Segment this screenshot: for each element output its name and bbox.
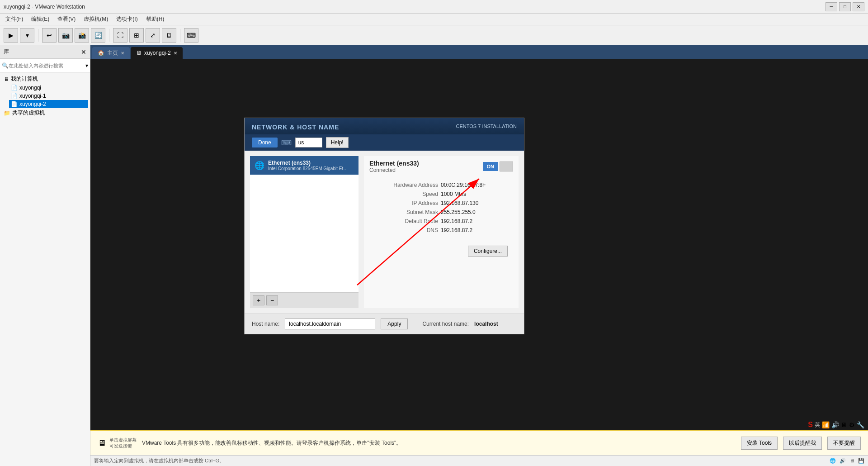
status-bar: 要将输入定向到虚拟机，请在虚拟机内部单击或按 Ctrl+G。 🌐 🔊 🖥 💾 (90, 455, 868, 466)
hostname-area: Host name: Apply Current host name: loca… (245, 314, 524, 334)
sidebar-title: 库 (4, 48, 9, 56)
tab-vm-label: xuyongqi-2 (144, 50, 171, 56)
search-dropdown-icon[interactable]: ▾ (85, 62, 88, 69)
maximize-button[interactable]: □ (839, 2, 851, 11)
close-button[interactable]: ✕ (853, 2, 864, 11)
hardware-address-row: Hardware Address 00:0C:29:16:77:8F (369, 181, 513, 190)
help-button[interactable]: Help! (326, 137, 349, 148)
toggle-container: ON (483, 162, 514, 171)
status-sound-icon: 🔊 (840, 458, 846, 464)
notification-hint: 单击虚拟屏幕 可发送按键 (109, 437, 137, 449)
toggle-on-button[interactable]: ON (483, 162, 498, 171)
lang-input[interactable] (295, 138, 322, 147)
hardware-address-label: Hardware Address (393, 182, 438, 188)
shared-label: 共享的虚拟机 (12, 109, 45, 117)
tab-vm-icon: 🖥 (136, 50, 142, 56)
home-icon: 🏠 (98, 50, 104, 56)
detail-header: Ethernet (ens33) Connected ON (364, 156, 519, 177)
computer-icon: 🖥 (4, 76, 9, 82)
network-tray-icon: 📶 (822, 421, 830, 428)
default-route-row: Default Route 192.168.87.2 (369, 217, 513, 226)
volume-tray-icon: 🔊 (831, 421, 839, 428)
toolbar-display[interactable]: 🖥 (162, 28, 176, 43)
status-icons: 🌐 🔊 🖥 💾 (830, 458, 864, 464)
apply-button[interactable]: Apply (381, 319, 408, 329)
status-text: 要将输入定向到虚拟机，请在虚拟机内部单击或按 Ctrl+G。 (94, 457, 224, 464)
sidebar-item-xuyongqi-2[interactable]: 📄 xuyongqi-2 (9, 100, 88, 108)
sidebar-item-xuyongqi[interactable]: 📄 xuyongqi (9, 84, 88, 92)
ethernet-list: 🌐 Ethernet (ens33) Intel Corporation 825… (250, 156, 359, 308)
detail-ethernet-name: Ethernet (ens33) (369, 160, 419, 167)
dns-value: 192.168.87.2 (441, 227, 513, 233)
toolbar-stretch[interactable]: ⤢ (146, 28, 160, 43)
menu-file[interactable]: 文件(F) (2, 14, 27, 24)
vm-icon-3: 📄 (11, 101, 18, 107)
vm-display[interactable]: NETWORK & HOST NAME CENTOS 7 INSTALLATIO… (90, 59, 868, 430)
network-dialog: NETWORK & HOST NAME CENTOS 7 INSTALLATIO… (244, 118, 524, 334)
subnet-mask-value: 255.255.255.0 (441, 209, 513, 215)
vm-icon: 📄 (11, 85, 18, 91)
remove-ethernet-button[interactable]: − (266, 295, 278, 305)
configure-button[interactable]: Configure... (468, 246, 508, 257)
menu-vm[interactable]: 虚拟机(M) (80, 14, 112, 24)
toolbar-snapshot1[interactable]: 📷 (58, 28, 73, 43)
toolbar-unity[interactable]: ⊞ (129, 28, 144, 43)
ethernet-item-info: Ethernet (ens33) Intel Corporation 82545… (268, 160, 354, 171)
default-route-label: Default Route (405, 218, 438, 224)
toolbar: ▶ ▾ ↩ 📷 📸 🔄 ⛶ ⊞ ⤢ 🖥 ⌨ (0, 25, 868, 45)
speed-value: 1000 Mb/s (441, 191, 513, 197)
vm-icon-2: 📄 (11, 93, 18, 99)
vm-label-2: xuyongqi-1 (19, 93, 46, 99)
menu-tabs[interactable]: 选项卡(I) (113, 14, 141, 24)
mycomputer-label: 我的计算机 (11, 75, 38, 83)
minimize-button[interactable]: ─ (826, 2, 837, 11)
sidebar: 库 ✕ 🔍 ▾ 🖥 我的计算机 📄 xuyongqi 📄 x (0, 45, 90, 466)
menu-edit[interactable]: 编辑(E) (28, 14, 53, 24)
hardware-address-value: 00:0C:29:16:77:8F (441, 182, 513, 188)
sidebar-tree: 🖥 我的计算机 📄 xuyongqi 📄 xuyongqi-1 📄 xuyong… (0, 72, 90, 466)
window-title: xuyongqi-2 - VMware Workstation (4, 4, 864, 10)
remind-later-button[interactable]: 以后提醒我 (783, 437, 822, 450)
menu-view[interactable]: 查看(V) (54, 14, 79, 24)
tab-home[interactable]: 🏠 主页 ✕ (92, 47, 130, 59)
add-ethernet-button[interactable]: + (253, 295, 264, 305)
toolbar-snapshot3[interactable]: 🔄 (91, 28, 105, 43)
toolbar-dropdown[interactable]: ▾ (20, 28, 34, 43)
dialog-body: 🌐 Ethernet (ens33) Intel Corporation 825… (245, 151, 524, 314)
hostname-input[interactable] (285, 319, 375, 329)
subnet-mask-row: Subnet Mask 255.255.255.0 (369, 208, 513, 217)
dialog-toolbar: Done ⌨ Help! (245, 134, 524, 151)
separator-2 (109, 29, 109, 42)
title-bar: xuyongqi-2 - VMware Workstation ─ □ ✕ (0, 0, 868, 14)
sidebar-item-xuyongqi-1[interactable]: 📄 xuyongqi-1 (9, 92, 88, 100)
toolbar-revert[interactable]: ↩ (42, 28, 57, 43)
vm-label-3: xuyongqi-2 (19, 101, 46, 107)
tab-vm-close[interactable]: ✕ (174, 51, 177, 56)
status-network-icon: 🌐 (830, 458, 836, 464)
toolbar-snapshot2[interactable]: 📸 (75, 28, 89, 43)
tab-home-close[interactable]: ✕ (121, 51, 124, 56)
sidebar-item-shared[interactable]: 📁 共享的虚拟机 (2, 108, 88, 118)
detail-status: Connected (369, 167, 419, 173)
lang-indicator: 英 (815, 421, 820, 429)
ethernet-item[interactable]: 🌐 Ethernet (ens33) Intel Corporation 825… (250, 156, 359, 175)
menu-help[interactable]: 帮助(H) (142, 14, 168, 24)
sidebar-close-button[interactable]: ✕ (81, 48, 86, 56)
separator-1 (38, 29, 38, 42)
search-input[interactable] (9, 63, 85, 68)
toolbar-cad[interactable]: ⌨ (184, 28, 198, 43)
ignore-button[interactable]: 不要提醒 (827, 437, 861, 450)
sidebar-item-mycomputer[interactable]: 🖥 我的计算机 (2, 74, 88, 84)
done-button[interactable]: Done (252, 138, 278, 147)
tab-vm[interactable]: 🖥 xuyongqi-2 ✕ (131, 47, 183, 59)
install-tools-button[interactable]: 安装 Tools (741, 437, 778, 450)
toolbar-power[interactable]: ▶ (4, 28, 18, 43)
tools-tray-icon: 🔧 (857, 421, 864, 428)
sidebar-header: 库 ✕ (0, 45, 90, 59)
toolbar-fullscreen[interactable]: ⛶ (113, 28, 127, 43)
toggle-off-area (500, 162, 513, 171)
current-hostname-label: Current host name: (422, 321, 469, 327)
dialog-title: NETWORK & HOST NAME (252, 124, 339, 131)
ip-address-label: IP Address (412, 200, 438, 206)
speed-label: Speed (422, 191, 438, 197)
